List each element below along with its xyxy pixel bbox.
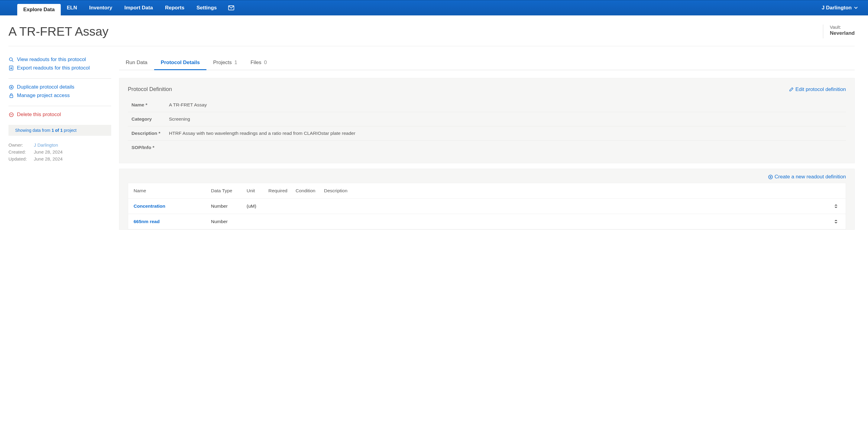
user-menu[interactable]: J Darlington — [822, 0, 868, 16]
view-readouts-link[interactable]: View readouts for this protocol — [8, 55, 111, 64]
vault-info: Vault: Neverland — [823, 25, 855, 38]
protocol-definition-panel: Protocol Definition Edit protocol defini… — [119, 78, 855, 163]
sidebar: View readouts for this protocol Export r… — [8, 55, 111, 230]
tab-projects-label: Projects — [213, 60, 231, 65]
duplicate-label: Duplicate protocol details — [17, 84, 74, 90]
def-category-value: Screening — [169, 116, 190, 122]
export-readouts-label: Export readouts for this protocol — [17, 65, 90, 71]
nav-import-data[interactable]: Import Data — [118, 0, 159, 16]
edit-definition-label: Edit protocol definition — [796, 86, 846, 92]
search-icon — [8, 57, 14, 62]
tab-projects-count: 1 — [234, 60, 237, 65]
nav-explore-data[interactable]: Explore Data — [17, 4, 61, 16]
minus-circle-icon — [8, 113, 14, 117]
nav-settings[interactable]: Settings — [190, 0, 223, 16]
readout-name-link[interactable]: Concentration — [133, 204, 165, 209]
readout-definitions-panel: Create a new readout definition Name Dat… — [119, 169, 855, 230]
panel-title: Protocol Definition — [128, 86, 172, 92]
pencil-icon — [789, 87, 794, 92]
export-readouts-link[interactable]: Export readouts for this protocol — [8, 64, 111, 72]
main-content: Run Data Protocol Details Projects 1 Fil… — [119, 55, 855, 230]
vault-label: Vault: — [830, 25, 855, 30]
project-filter-info[interactable]: Showing data from 1 of 1 project — [8, 125, 111, 136]
manage-access-label: Manage project access — [17, 92, 70, 98]
tab-run-data[interactable]: Run Data — [126, 57, 148, 70]
manage-access-link[interactable]: Manage project access — [8, 91, 111, 100]
col-required: Required — [268, 188, 296, 194]
view-readouts-label: View readouts for this protocol — [17, 57, 86, 63]
owner-value[interactable]: J Darlington — [34, 142, 58, 148]
created-key: Created: — [8, 149, 34, 154]
drag-handle-icon[interactable] — [832, 219, 840, 224]
readout-dtype: Number — [211, 219, 247, 224]
nav-reports[interactable]: Reports — [159, 0, 190, 16]
user-name: J Darlington — [822, 5, 852, 11]
info-prefix: Showing data from — [15, 128, 52, 133]
def-name-key: Name * — [131, 102, 169, 108]
readout-row: 665nm read Number — [128, 214, 846, 230]
col-data-type: Data Type — [211, 188, 247, 194]
tab-protocol-details[interactable]: Protocol Details — [161, 57, 200, 70]
nav-inventory[interactable]: Inventory — [83, 0, 119, 16]
readout-header-row: Name Data Type Unit Required Condition D… — [128, 183, 846, 199]
chevron-down-icon — [854, 7, 858, 9]
info-suffix: project — [63, 128, 76, 133]
updated-key: Updated: — [8, 156, 34, 161]
tab-files[interactable]: Files 0 — [251, 57, 267, 70]
delete-protocol-link[interactable]: Delete this protocol — [8, 110, 111, 119]
mail-icon[interactable] — [223, 0, 240, 16]
created-value: June 28, 2024 — [34, 149, 63, 154]
plus-circle-icon — [768, 175, 773, 179]
svg-line-2 — [12, 60, 13, 62]
plus-circle-icon — [8, 85, 14, 89]
col-unit: Unit — [247, 188, 268, 194]
def-name-value: A TR-FRET Assay — [169, 102, 207, 108]
col-description: Description — [324, 188, 832, 194]
duplicate-protocol-link[interactable]: Duplicate protocol details — [8, 83, 111, 91]
info-count: 1 of 1 — [52, 128, 63, 133]
svg-point-1 — [9, 58, 12, 61]
readout-name-link[interactable]: 665nm read — [133, 219, 160, 224]
drag-handle-icon[interactable] — [832, 204, 840, 208]
owner-key: Owner: — [8, 142, 34, 148]
lock-icon — [8, 93, 14, 98]
create-readout-label: Create a new readout definition — [775, 174, 846, 180]
svg-rect-7 — [10, 95, 13, 98]
def-description-key: Description * — [131, 130, 169, 136]
readout-unit: (uM) — [247, 204, 268, 209]
tab-files-label: Files — [251, 60, 261, 65]
download-icon — [8, 66, 14, 70]
tab-projects[interactable]: Projects 1 — [213, 57, 237, 70]
readout-dtype: Number — [211, 204, 247, 209]
def-category-key: Category — [131, 116, 169, 122]
def-sop-key: SOP/Info * — [131, 145, 169, 150]
tab-files-count: 0 — [264, 60, 267, 65]
vault-name: Neverland — [830, 30, 855, 36]
edit-definition-button[interactable]: Edit protocol definition — [789, 86, 846, 92]
delete-label: Delete this protocol — [17, 112, 61, 118]
tab-bar: Run Data Protocol Details Projects 1 Fil… — [119, 55, 855, 70]
readout-row: Concentration Number (uM) — [128, 199, 846, 214]
def-description-value: HTRF Assay with two wavelength readings … — [169, 130, 355, 136]
create-readout-button[interactable]: Create a new readout definition — [768, 174, 846, 180]
top-nav-bar: Explore Data ELN Inventory Import Data R… — [0, 0, 868, 16]
updated-value: June 28, 2024 — [34, 156, 63, 161]
col-condition: Condition — [296, 188, 324, 194]
nav-eln[interactable]: ELN — [61, 0, 83, 16]
page-title: A TR-FRET Assay — [8, 25, 108, 39]
readout-table: Name Data Type Unit Required Condition D… — [128, 183, 846, 230]
col-name: Name — [133, 188, 211, 194]
